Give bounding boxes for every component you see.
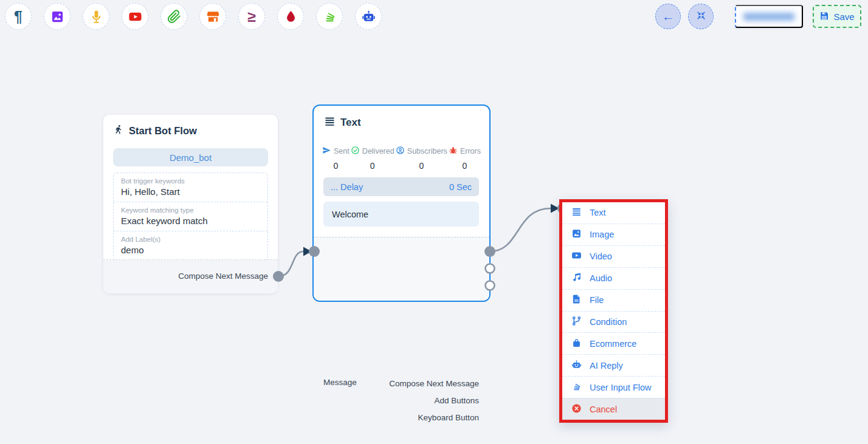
left-arrow-icon: ← bbox=[662, 10, 674, 22]
youtube-play-icon bbox=[128, 10, 142, 24]
bot-name-button[interactable]: Demo_bot bbox=[113, 148, 268, 166]
compress-button[interactable] bbox=[688, 4, 714, 29]
shopping-bag-icon bbox=[571, 338, 582, 350]
menu-item-label: User Input Flow bbox=[590, 383, 652, 392]
field-bot-trigger-keywords[interactable]: Bot trigger keywords Hi, Hello, Start bbox=[114, 173, 267, 202]
floppy-disk-icon bbox=[819, 11, 829, 22]
stat-value: 0 bbox=[333, 161, 338, 171]
keyboard-button-port-label: Keyboard Button bbox=[418, 413, 479, 422]
toolbar-greater-equal-button[interactable]: ≥ bbox=[238, 3, 265, 30]
start-node-title: Start Bot Flow bbox=[129, 125, 197, 137]
field-value: Hi, Hello, Start bbox=[121, 186, 260, 197]
delay-label: ... Delay bbox=[331, 182, 363, 192]
menu-item-cancel[interactable]: Cancel bbox=[562, 398, 665, 420]
field-add-labels[interactable]: Add Label(s) demo bbox=[114, 231, 267, 260]
video-play-icon bbox=[571, 250, 582, 262]
image-icon bbox=[50, 10, 64, 24]
stack-icon bbox=[571, 381, 582, 394]
field-keyword-matching-type[interactable]: Keyword matching type Exact keyword matc… bbox=[114, 202, 267, 231]
stat-value: 0 bbox=[419, 161, 424, 171]
image-icon bbox=[571, 228, 582, 241]
paperclip-icon bbox=[167, 10, 181, 24]
compress-icon bbox=[696, 10, 706, 22]
stat-subscribers: Subscribers 0 bbox=[396, 146, 447, 171]
add-node-context-menu: Text Image Video Audio File bbox=[559, 199, 668, 423]
flow-canvas[interactable]: ¶ ≥ bbox=[0, 0, 868, 444]
stat-label: Delivered bbox=[362, 147, 394, 155]
toolbar-pilcrow-button[interactable]: ¶ bbox=[5, 3, 32, 30]
menu-item-label: File bbox=[590, 295, 604, 305]
text-node[interactable]: Text Sent 0 Delivered 0 bbox=[312, 104, 491, 302]
menu-item-label: Condition bbox=[590, 317, 627, 327]
stat-sent: Sent 0 bbox=[322, 146, 350, 171]
robot-icon bbox=[362, 10, 376, 24]
stat-value: 0 bbox=[463, 161, 467, 171]
stat-label: Subscribers bbox=[407, 147, 447, 155]
text-node-footer: Message Compose Next Message Add Buttons… bbox=[314, 237, 489, 301]
menu-item-file[interactable]: File bbox=[562, 289, 665, 311]
toolbar-youtube-button[interactable] bbox=[122, 3, 148, 30]
add-buttons-port-label: Add Buttons bbox=[434, 396, 479, 405]
menu-item-label: Ecommerce bbox=[590, 339, 636, 349]
toolbar-microphone-button[interactable] bbox=[83, 3, 109, 30]
stats-row: Sent 0 Delivered 0 Subscribers bbox=[322, 146, 481, 171]
menu-item-label: Image bbox=[590, 230, 614, 239]
back-button[interactable]: ← bbox=[655, 4, 681, 29]
menu-item-ecommerce[interactable]: Ecommerce bbox=[562, 332, 665, 354]
field-value: Exact keyword match bbox=[121, 216, 260, 226]
music-note-icon bbox=[571, 272, 582, 284]
start-fields-box: Bot trigger keywords Hi, Hello, Start Ke… bbox=[113, 172, 268, 261]
field-label: Bot trigger keywords bbox=[121, 177, 260, 185]
stat-delivered: Delivered 0 bbox=[351, 146, 394, 171]
menu-item-text[interactable]: Text bbox=[562, 202, 665, 224]
field-label: Keyword matching type bbox=[121, 207, 260, 214]
stat-value: 0 bbox=[370, 161, 375, 171]
toolbar-robot-button[interactable] bbox=[355, 3, 382, 30]
stat-errors: Errors 0 bbox=[449, 146, 481, 171]
cancel-circle-icon bbox=[571, 403, 582, 415]
code-branch-icon bbox=[571, 316, 582, 328]
save-button[interactable]: Save bbox=[813, 5, 861, 28]
file-pdf-icon bbox=[571, 294, 582, 306]
menu-item-image[interactable]: Image bbox=[562, 224, 665, 245]
menu-item-ai-reply[interactable]: AI Reply bbox=[562, 354, 665, 376]
droplet-icon bbox=[284, 10, 298, 24]
check-circle-icon bbox=[351, 146, 360, 157]
menu-item-label: Text bbox=[590, 208, 606, 217]
start-node-footer: Compose Next Message bbox=[103, 260, 278, 293]
person-walking-icon bbox=[114, 125, 124, 137]
hamburger-icon bbox=[324, 115, 336, 130]
arrowhead-icon bbox=[551, 204, 559, 213]
start-bot-flow-node[interactable]: Start Bot Flow Demo_bot Bot trigger keyw… bbox=[103, 115, 278, 293]
edge-start-to-text bbox=[278, 251, 303, 276]
menu-item-label: Cancel bbox=[590, 405, 617, 414]
toolbar-paperclip-button[interactable] bbox=[160, 3, 187, 30]
stat-label: Errors bbox=[460, 147, 481, 155]
message-content-box[interactable]: Welcome bbox=[323, 202, 479, 227]
menu-item-video[interactable]: Video bbox=[562, 245, 665, 267]
send-icon bbox=[322, 146, 331, 157]
text-lines-icon bbox=[571, 207, 582, 219]
menu-item-condition[interactable]: Condition bbox=[562, 311, 665, 333]
field-value: demo bbox=[121, 245, 260, 255]
toolbar-stack-button[interactable] bbox=[316, 3, 343, 30]
redacted-label-button[interactable] bbox=[735, 5, 803, 28]
stat-label: Sent bbox=[334, 147, 350, 155]
storefront-icon bbox=[206, 10, 220, 24]
menu-item-label: Video bbox=[590, 251, 612, 261]
delay-row[interactable]: ... Delay 0 Sec bbox=[323, 177, 479, 196]
edge-text-to-menu bbox=[490, 208, 551, 251]
menu-item-user-input-flow[interactable]: User Input Flow bbox=[562, 376, 665, 398]
toolbar-image-button[interactable] bbox=[44, 3, 71, 30]
toolbar-droplet-button[interactable] bbox=[277, 3, 304, 30]
arrowhead-icon bbox=[303, 247, 312, 256]
save-label: Save bbox=[833, 12, 854, 22]
toolbar-storefront-button[interactable] bbox=[199, 3, 226, 30]
compose-next-message-port-label: Compose Next Message bbox=[389, 379, 479, 388]
message-input-port-label: Message bbox=[323, 378, 357, 387]
text-node-header: Text bbox=[324, 115, 361, 130]
menu-item-label: AI Reply bbox=[590, 361, 623, 371]
pilcrow-icon: ¶ bbox=[14, 9, 22, 24]
blurred-text bbox=[743, 13, 794, 21]
menu-item-audio[interactable]: Audio bbox=[562, 267, 665, 289]
